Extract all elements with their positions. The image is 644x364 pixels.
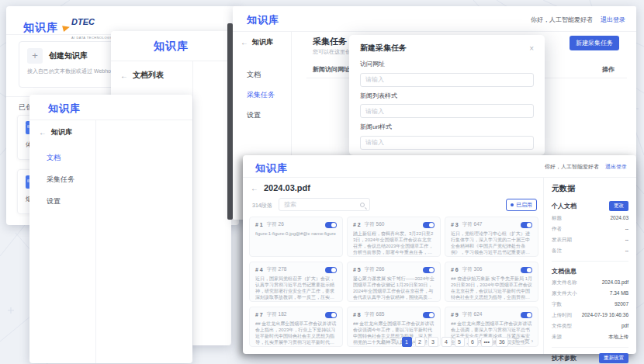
new-task-button[interactable]: 新建采集任务 [570,36,619,50]
header-divider [243,177,636,178]
back-icon[interactable]: ← [120,71,128,80]
meta-value: pdf [621,323,628,330]
segment-card[interactable]: # 1字符 26 figure:1-figure-0.jpg@#@c name:… [249,217,343,257]
pagination-ellipsis[interactable]: ••• [481,337,493,347]
meta-value: 本地上传 [608,334,628,341]
segment-toggle[interactable] [423,267,435,273]
user-greeting: 你好，人工智能爱好者 [545,163,599,171]
scrollbar[interactable] [227,23,233,220]
col-header-action: 操作 [602,65,615,74]
reset-tech-button[interactable]: 重新设置 [599,353,628,363]
url-input[interactable] [360,73,534,87]
segment-text: 近日，国家局党组召开（扩大）会议，认真学习贯彻习近平总书记重要批示精神，研究部署… [255,276,337,300]
back-icon[interactable]: ← [241,38,248,47]
pagination-prev[interactable]: ‹ 上一页 [374,337,398,347]
segment-card[interactable]: # 6字符 306 ## 奋进伊始万象新 实干争先开新局 1月29日至30日，2… [445,262,538,302]
meta-key: 原文件名称 [552,279,577,286]
header-divider [233,31,636,32]
segment-charcount: 字符 278 [267,266,321,273]
segment-id: # 9 [451,312,459,317]
segment-charcount: 字符 624 [462,311,517,318]
sidebar-item-tasks[interactable]: 采集任务 [247,90,275,100]
segment-id: # 1 [255,222,263,227]
list-style-input[interactable] [360,104,534,118]
segment-charcount: 字符 647 [462,221,517,228]
back-icon[interactable]: ← [39,128,47,137]
pagination-page-3[interactable]: 3 [428,337,438,347]
segment-text: ## 金壮龙出席全国烟草工作会议并讲话 会上指出，2023年，行业上下坚持以习近… [255,321,337,345]
segment-id: # 8 [353,312,361,317]
col-header-url: 新闻访问网址 [313,65,350,74]
url-style-input[interactable] [360,136,534,150]
edit-metadata-button[interactable]: 更改 [609,201,628,211]
app-logo: 知识库 [154,40,189,52]
tasks-page-title: 采集任务 [313,36,347,47]
meta-value: 92007 [615,301,628,308]
segment-card[interactable]: # 4字符 278 近日，国家局党组召开（扩大）会议，认真学习贯彻习近平总书记重… [249,262,343,302]
sidebar-divider [95,120,96,363]
segment-card[interactable]: # 2字符 560 踏上新征程，奋楫再出发。3月22日至23日，2024年全国烟… [347,217,441,257]
sidebar-item-settings[interactable]: 设置 [247,110,261,120]
kb-back-label: 知识库 [51,127,72,137]
window-kb-nav: 知识库 ← 知识库 文档 采集任务 设置 [29,95,192,363]
pagination-page-5[interactable]: 5 [455,337,465,347]
field-label-url-style: 新闻url样式 [360,123,534,131]
segment-toggle[interactable] [325,312,337,318]
brand-subtext: AI DATA TECHNOLOGY [71,36,113,40]
segment-card[interactable]: # 7字符 182 ## 金壮龙出席全国烟草工作会议并讲话 会上指出，2023年… [249,307,343,347]
app-logo: 知识库 [23,21,58,35]
search-input[interactable]: 搜索 [279,198,370,211]
header-divider [29,120,192,120]
meta-key: 标题 [552,215,562,222]
meta-value: -- [625,248,628,255]
segment-text: 近日，党组理论学习中心组（扩大）进行集体学习，深入学习党的二十届三中全会精神和《… [451,231,532,255]
enabled-filter-chip[interactable]: 已启用 [506,199,537,211]
user-greeting: 你好，人工智能爱好者 [531,16,593,24]
pagination-page-36[interactable]: 36 [496,337,508,347]
tech-params-title: 技术参数 [552,354,576,362]
segment-charcount: 字符 182 [267,311,321,318]
segment-toggle[interactable] [521,222,532,228]
meta-key: 原文件大小 [552,290,577,297]
sidebar-item-docs[interactable]: 文档 [247,70,261,80]
document-title: 2024.03.pdf [264,183,310,192]
pagination-next[interactable]: 下一页 › [511,337,535,347]
meta-key: 来源 [552,334,562,341]
tasks-back-label: 知识库 [252,37,273,47]
pagination-page-1[interactable]: 1 [402,337,412,347]
segment-toggle[interactable] [521,267,532,273]
segment-charcount: 字符 306 [462,266,517,273]
doc-info-section: 文档信息 原文件名称2024.03.pdf 原文件大小7.34 MB 字数920… [552,261,628,341]
meta-value: -- [625,237,628,244]
pagination-page-6[interactable]: 6 [468,337,478,347]
create-kb-title: 创建知识库 [49,50,88,61]
segment-text: 踏上新征程，奋楫再出发。3月22日至23日，2024年全国烟草工作会议在北京召开… [353,231,435,255]
segment-toggle[interactable] [521,312,532,318]
sidebar-divider [192,61,193,345]
segment-text: ## 奋进伊始万象新 实干争先开新局 1月29日至30日，2024年中国烟草工作… [451,276,532,300]
modal-title: 新建采集任务 [360,43,407,54]
segment-id: # 4 [255,267,263,272]
sidebar-item-tasks[interactable]: 采集任务 [47,175,74,185]
meta-value: 2024.03 [611,215,629,222]
segment-card[interactable]: # 3字符 647 近日，党组理论学习中心组（扩大）进行集体学习，深入学习党的二… [445,217,538,257]
pagination-page-2[interactable]: 2 [415,337,425,347]
segment-card[interactable]: # 5字符 266 凝心聚力谋发展 实干笃行——2024年全国烟草工作会议侧记 … [347,262,441,302]
segment-toggle[interactable] [325,267,337,273]
segment-id: # 2 [353,222,361,227]
segment-toggle[interactable] [325,222,337,228]
sidebar-item-docs[interactable]: 文档 [47,153,61,163]
meta-key: 字数 [552,301,562,308]
close-icon[interactable]: × [529,44,534,53]
segment-toggle[interactable] [423,312,435,318]
segment-id: # 7 [255,312,263,317]
search-placeholder: 搜索 [284,200,296,209]
logout-link[interactable]: 退出登录 [601,16,625,24]
logout-link[interactable]: 退出登录 [605,163,627,171]
pagination-page-4[interactable]: 4 [441,337,452,347]
meta-value: 2024.03.pdf [602,279,628,286]
metadata-title: 元数据 [552,183,628,194]
segment-toggle[interactable] [423,222,435,228]
sidebar-item-settings[interactable]: 设置 [47,196,61,206]
back-icon[interactable]: ← [251,184,258,192]
